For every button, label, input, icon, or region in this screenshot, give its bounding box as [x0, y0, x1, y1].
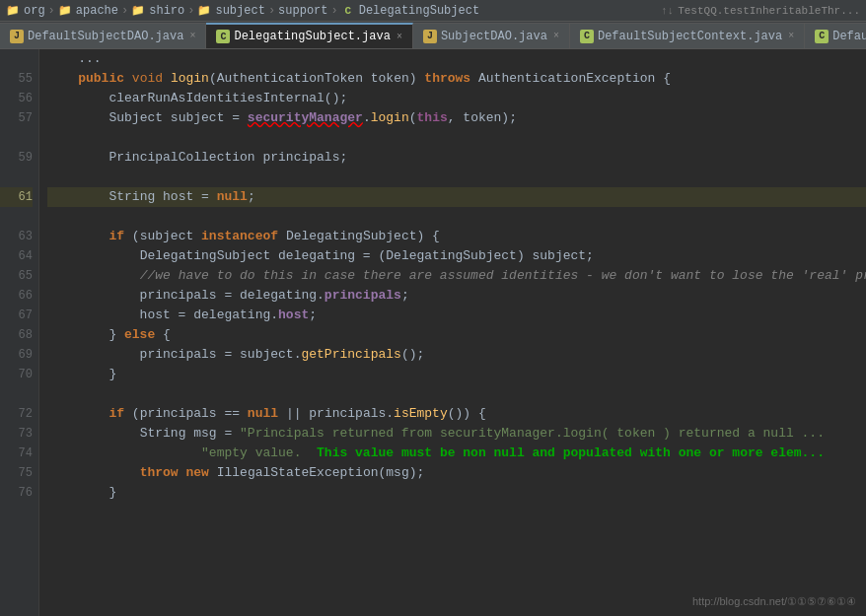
- code-line-69: principals = subject.getPrincipals();: [47, 345, 866, 365]
- code-line-72: if (principals == null || principals.isE…: [47, 404, 866, 424]
- folder-icon-apache: 📁: [58, 4, 72, 18]
- code-line-57: Subject subject = securityManager.login(…: [47, 108, 866, 128]
- ln-65: 65: [0, 266, 33, 286]
- code-line-66: principals = delegating.principals;: [47, 286, 866, 306]
- ln-69: 69: [0, 345, 33, 365]
- tab-close-delegatingsubject[interactable]: ×: [397, 32, 402, 42]
- tab-delegatingsubject[interactable]: C DelegatingSubject.java ×: [206, 23, 412, 48]
- sep3: ›: [187, 4, 194, 18]
- tab-bar: J DefaultSubjectDAO.java × C DelegatingS…: [0, 22, 866, 49]
- tab-defaultsubjectfactory[interactable]: C DefaultSubjectFactory.java ×: [805, 23, 866, 48]
- code-line-64: DelegatingSubject delegating = (Delegati…: [47, 246, 866, 266]
- tab-icon-defaultsubjectdao: J: [10, 30, 24, 43]
- ln-58: [0, 128, 33, 148]
- folder-icon-subject: 📁: [197, 4, 211, 18]
- ln-55: 55: [0, 69, 33, 89]
- code-line-70: }: [47, 365, 866, 384]
- ln-72: 72: [0, 404, 33, 424]
- ln-70: 70: [0, 365, 33, 384]
- breadcrumb-org[interactable]: org: [24, 4, 45, 18]
- tab-icon-delegatingsubject: C: [216, 30, 230, 43]
- sep2: ›: [121, 4, 128, 18]
- folder-icon-shiro: 📁: [131, 4, 145, 18]
- tab-close-defaultsubjectdao[interactable]: ×: [189, 31, 195, 41]
- code-line-62: [47, 207, 866, 227]
- ln-ellipsis: [0, 49, 33, 69]
- tab-label-defaultsubjectfactory: DefaultSubjectFactory.java: [832, 30, 866, 43]
- sep1: ›: [48, 4, 55, 18]
- breadcrumb-shiro[interactable]: shiro: [149, 4, 184, 18]
- ln-68: 68: [0, 325, 33, 345]
- tab-subjectdao[interactable]: J SubjectDAO.java ×: [413, 23, 570, 48]
- tab-label-delegatingsubject: DelegatingSubject.java: [234, 30, 390, 43]
- breadcrumb-delegatingsubject[interactable]: DelegatingSubject: [359, 4, 479, 18]
- code-line-76: }: [47, 483, 866, 503]
- ln-73: 73: [0, 424, 33, 444]
- code-line-63: if (subject instanceof DelegatingSubject…: [47, 227, 866, 246]
- code-line-71: [47, 384, 866, 404]
- code-line-58: [47, 128, 866, 148]
- ln-63: 63: [0, 227, 33, 246]
- ln-61: 61: [0, 187, 33, 207]
- code-line-60: [47, 168, 866, 187]
- tab-icon-defaultsubjectcontext: C: [580, 30, 594, 43]
- folder-icon-org: 📁: [6, 4, 20, 18]
- ln-71: [0, 384, 33, 404]
- tab-close-defaultsubjectcontext[interactable]: ×: [788, 31, 794, 41]
- ln-62: [0, 207, 33, 227]
- tab-label-subjectdao: SubjectDAO.java: [441, 30, 547, 43]
- code-line-67: host = delegating.host;: [47, 306, 866, 325]
- code-line-ellipsis: ...: [47, 49, 866, 69]
- code-content[interactable]: ... public void login(AuthenticationToke…: [39, 49, 866, 616]
- breadcrumb-subject[interactable]: subject: [215, 4, 264, 18]
- code-line-56: clearRunAsIdentitiesInternal();: [47, 89, 866, 108]
- tab-label-defaultsubjectcontext: DefaultSubjectContext.java: [598, 30, 782, 43]
- code-line-65: //we have to do this in case there are a…: [47, 266, 866, 286]
- ln-64: 64: [0, 246, 33, 266]
- breadcrumb-support[interactable]: support: [278, 4, 327, 18]
- tab-label-defaultsubjectdao: DefaultSubjectDAO.java: [28, 30, 183, 43]
- tab-icon-subjectdao: J: [423, 30, 437, 43]
- code-line-55: public void login(AuthenticationToken to…: [47, 69, 866, 89]
- ln-56: 56: [0, 89, 33, 108]
- code-line-68: } else {: [47, 325, 866, 345]
- code-line-74: "empty value. This value must be non nul…: [47, 444, 866, 463]
- line-numbers: 55 56 57 59 61 63 64 65 66 67 68 69 70 7…: [0, 49, 39, 616]
- code-line-59: PrincipalCollection principals;: [47, 148, 866, 168]
- tab-defaultsubjectdao[interactable]: J DefaultSubjectDAO.java ×: [0, 23, 206, 48]
- editor-area: 55 56 57 59 61 63 64 65 66 67 68 69 70 7…: [0, 49, 866, 616]
- breadcrumb-right-text: ↑↓: [661, 5, 674, 17]
- code-line-73: String msg = "Principals returned from s…: [47, 424, 866, 444]
- ln-67: 67: [0, 306, 33, 325]
- breadcrumb-bar: 📁 org › 📁 apache › 📁 shiro › 📁 subject ›…: [0, 0, 866, 22]
- breadcrumb-right: ↑↓ TestQQ.testInheritableThr...: [661, 5, 860, 17]
- sep4: ›: [268, 4, 275, 18]
- ln-66: 66: [0, 286, 33, 306]
- ln-60: [0, 168, 33, 187]
- code-line-61: String host = null;: [47, 187, 866, 207]
- ln-57: 57: [0, 108, 33, 128]
- tab-icon-defaultsubjectfactory: C: [815, 30, 829, 43]
- breadcrumb-apache[interactable]: apache: [76, 4, 118, 18]
- ln-59: 59: [0, 148, 33, 168]
- tab-close-subjectdao[interactable]: ×: [553, 31, 559, 41]
- ln-76: 76: [0, 483, 33, 503]
- code-line-75: throw new IllegalStateException(msg);: [47, 463, 866, 483]
- tab-defaultsubjectcontext[interactable]: C DefaultSubjectContext.java ×: [570, 23, 805, 48]
- ln-74: 74: [0, 444, 33, 463]
- class-icon-breadcrumb: C: [341, 4, 355, 18]
- sep5: ›: [331, 4, 338, 18]
- breadcrumb-test-label: TestQQ.testInheritableThr...: [678, 5, 860, 17]
- ln-75: 75: [0, 463, 33, 483]
